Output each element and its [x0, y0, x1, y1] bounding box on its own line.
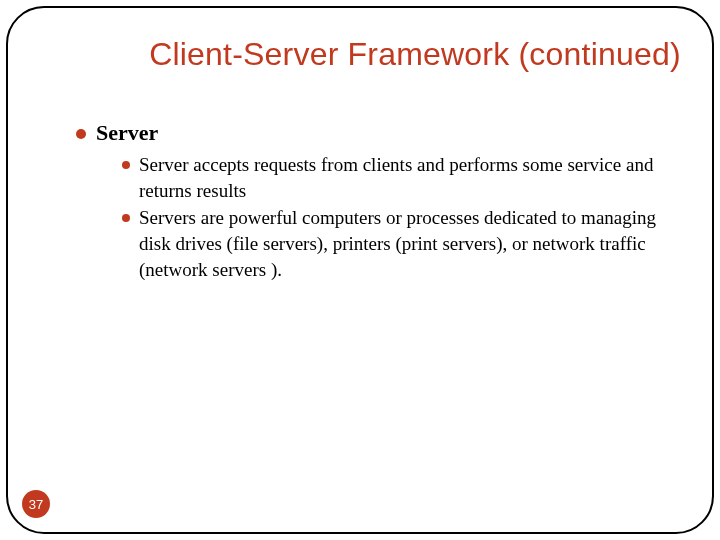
bullet-lvl2-text: Servers are powerful computers or proces… [139, 205, 690, 282]
bullet-dot-icon [122, 214, 130, 222]
page-number-badge: 37 [22, 490, 50, 518]
slide-content: Server Server accepts requests from clie… [76, 120, 690, 284]
bullet-lvl1: Server [76, 120, 690, 146]
bullet-lvl1-label: Server [96, 120, 158, 146]
bullet-lvl2-group: Server accepts requests from clients and… [122, 152, 690, 282]
bullet-lvl2-item: Server accepts requests from clients and… [122, 152, 690, 203]
page-number: 37 [29, 497, 43, 512]
slide-title: Client-Server Framework (continued) [0, 36, 720, 73]
bullet-dot-icon [76, 129, 86, 139]
bullet-lvl2-text: Server accepts requests from clients and… [139, 152, 690, 203]
bullet-dot-icon [122, 161, 130, 169]
bullet-lvl2-item: Servers are powerful computers or proces… [122, 205, 690, 282]
slide: Client-Server Framework (continued) Serv… [0, 0, 720, 540]
